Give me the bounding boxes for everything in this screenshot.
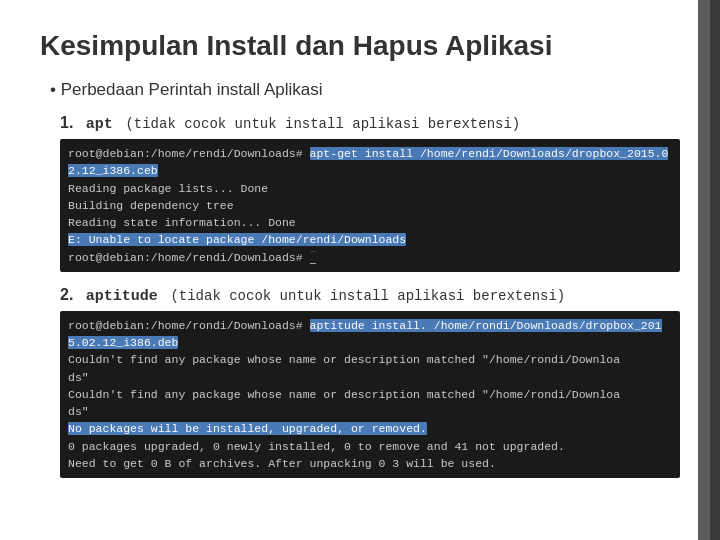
terminal1-lines: Reading package lists... Done Building d… (68, 182, 296, 230)
terminal2-lines: Couldn't find any package whose name or … (68, 353, 620, 418)
section2-description: (tidak cocok untuk install aplikasi bere… (170, 288, 565, 304)
terminal2: root@debian:/home/rondi/Downloads# aptit… (60, 311, 680, 478)
section2-number: 2. (60, 286, 73, 303)
sidebar-right-inner (710, 0, 720, 540)
terminal2-prompt: root@debian:/home/rondi/Downloads# (68, 319, 303, 332)
terminal1: root@debian:/home/rendi/Downloads# apt-g… (60, 139, 680, 272)
section1-label: 1. apt (tidak cocok untuk install aplika… (60, 114, 680, 133)
terminal2-last: 0 packages upgraded, 0 newly installed, … (68, 440, 565, 470)
sidebar-right (698, 0, 720, 540)
terminal1-last: root@debian:/home/rendi/Downloads# █ (68, 251, 316, 264)
section1-command: apt (86, 116, 113, 133)
terminal2-error: No packages will be installed, upgraded,… (68, 422, 427, 435)
section1-number: 1. (60, 114, 73, 131)
bullet-point: Perbedaan Perintah install Aplikasi (50, 80, 680, 100)
section2-command: aptitude (86, 288, 158, 305)
terminal1-error: E: Unable to locate package /home/rendi/… (68, 233, 406, 246)
slide-container: Kesimpulan Install dan Hapus Aplikasi Pe… (0, 0, 720, 540)
slide-title: Kesimpulan Install dan Hapus Aplikasi (40, 30, 680, 62)
terminal1-prompt: root@debian:/home/rendi/Downloads# (68, 147, 303, 160)
section1-description: (tidak cocok untuk install aplikasi bere… (125, 116, 520, 132)
section2-label: 2. aptitude (tidak cocok untuk install a… (60, 286, 680, 305)
